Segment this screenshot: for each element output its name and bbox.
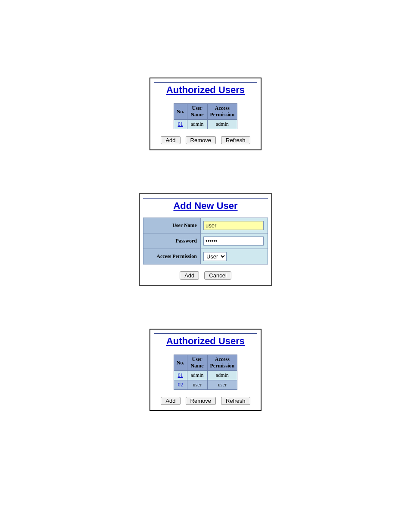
col-user: User Name (187, 355, 207, 371)
permission-label: Access Permission (143, 249, 201, 264)
add-button[interactable]: Add (180, 271, 199, 280)
col-perm: Access Permission (207, 104, 237, 120)
row-no-link[interactable]: 01 (178, 372, 183, 378)
panel-title: Authorized Users (154, 82, 257, 96)
button-row: Add Remove Refresh (150, 134, 261, 149)
panel-title: Add New User (143, 198, 268, 212)
remove-button[interactable]: Remove (186, 397, 216, 405)
authorized-users-panel-after: Authorized Users No. User Name Access Pe… (149, 329, 262, 411)
authorized-users-panel: Authorized Users No. User Name Access Pe… (149, 78, 262, 150)
row-no-link[interactable]: 02 (178, 382, 183, 388)
row-user: admin (187, 371, 207, 380)
username-input[interactable] (203, 221, 264, 230)
add-new-user-panel: Add New User User Name Password Access P… (139, 193, 272, 286)
button-row: Add Remove Refresh (150, 394, 261, 410)
users-table: No. User Name Access Permission 01 admin… (174, 103, 237, 129)
users-table: No. User Name Access Permission 01 admin… (174, 355, 237, 390)
add-button[interactable]: Add (161, 136, 180, 144)
row-perm: admin (207, 371, 237, 380)
row-user: user (187, 380, 207, 390)
panel-title: Authorized Users (154, 333, 257, 347)
row-user: admin (187, 120, 207, 129)
table-row: 01 admin admin (174, 120, 237, 129)
row-no-link[interactable]: 01 (178, 121, 183, 127)
username-label: User Name (143, 218, 201, 233)
add-button[interactable]: Add (161, 397, 180, 405)
permission-select[interactable]: User (203, 252, 227, 261)
col-user: User Name (187, 104, 207, 120)
table-row: 01 admin admin (174, 371, 237, 380)
row-perm: admin (207, 120, 237, 129)
col-no: No. (174, 104, 187, 120)
row-perm: user (207, 380, 237, 390)
table-row: 02 user user (174, 380, 237, 390)
button-row: Add Cancel (140, 269, 271, 285)
col-no: No. (174, 355, 187, 371)
password-label: Password (143, 233, 201, 249)
col-perm: Access Permission (207, 355, 237, 371)
password-input[interactable] (203, 236, 264, 246)
refresh-button[interactable]: Refresh (221, 136, 250, 144)
cancel-button[interactable]: Cancel (204, 271, 231, 280)
add-user-form: User Name Password Access Permission Use… (143, 218, 268, 264)
refresh-button[interactable]: Refresh (221, 397, 250, 405)
remove-button[interactable]: Remove (186, 136, 216, 144)
